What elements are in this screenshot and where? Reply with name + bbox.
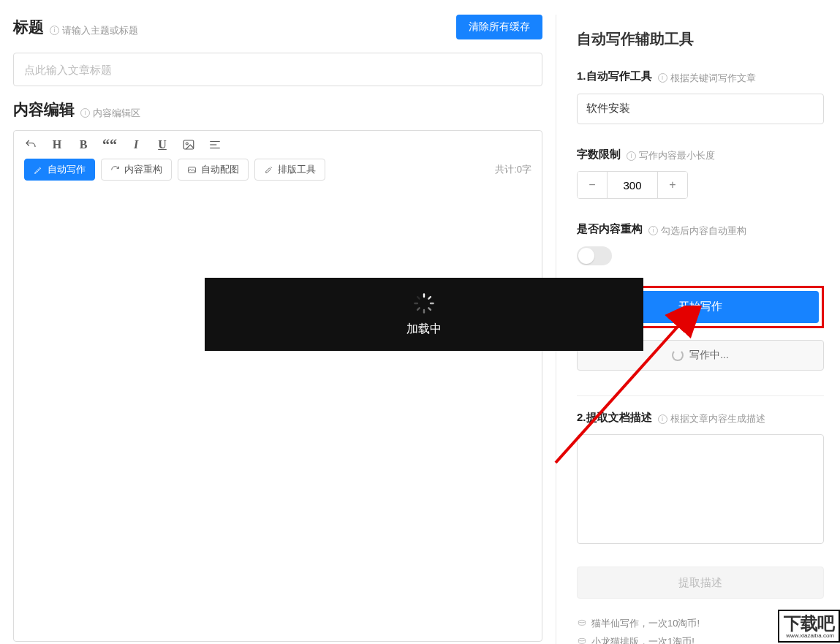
title-label: 标题: [13, 17, 44, 37]
auto-write-button[interactable]: 自动写作: [24, 159, 95, 181]
svg-point-1: [186, 143, 188, 145]
watermark: 下载吧 www.xiazaiba.com: [778, 610, 840, 643]
rebuild-hint: i 勾选后内容自动重构: [648, 224, 746, 238]
editor-toolbar: H B ““ I U: [14, 131, 542, 159]
coin-icon: [577, 637, 587, 644]
promo-line-1: 猫半仙写作，一次10淘币!: [591, 615, 700, 633]
stepper-minus-button[interactable]: −: [578, 172, 607, 198]
undo-icon[interactable]: [24, 138, 37, 151]
stepper-plus-button[interactable]: +: [658, 172, 687, 198]
svg-rect-10: [430, 302, 434, 303]
clear-cache-button[interactable]: 清除所有缓存: [456, 15, 542, 39]
info-icon: i: [50, 26, 59, 35]
sec2-hint: i 根据文章内容生成描述: [658, 412, 765, 425]
loading-text: 加载中: [406, 322, 442, 337]
wordlimit-hint: i 写作内容最小长度: [627, 149, 715, 162]
extract-description-button[interactable]: 提取描述: [577, 567, 824, 599]
heading-icon[interactable]: H: [50, 138, 64, 151]
wordlimit-input[interactable]: [607, 172, 658, 198]
description-textarea[interactable]: [577, 434, 824, 544]
sec2-label: 2.提取文档描述: [577, 411, 652, 425]
layout-tool-button[interactable]: 排版工具: [254, 159, 325, 181]
info-icon: i: [80, 108, 90, 118]
align-icon[interactable]: [208, 138, 222, 151]
svg-rect-8: [423, 293, 425, 298]
image-icon[interactable]: [182, 138, 195, 151]
svg-rect-14: [414, 302, 418, 303]
underline-icon[interactable]: U: [156, 138, 169, 151]
promo-line-2: 小龙猫排版，一次1淘币!: [591, 633, 695, 644]
sec1-label: 1.自动写作工具: [577, 69, 652, 83]
svg-rect-13: [416, 306, 420, 311]
svg-rect-0: [183, 140, 194, 149]
editor-container: H B ““ I U 自动写作 内容重构: [13, 130, 542, 642]
svg-rect-15: [416, 295, 420, 300]
article-title-input[interactable]: [13, 53, 542, 86]
rebuild-label: 是否内容重构: [577, 222, 643, 236]
svg-rect-12: [423, 308, 425, 313]
italic-icon[interactable]: I: [129, 138, 143, 151]
auto-image-button[interactable]: 自动配图: [178, 159, 249, 181]
wordlimit-stepper[interactable]: − +: [577, 171, 688, 199]
svg-rect-9: [428, 295, 432, 300]
keyword-input[interactable]: [577, 94, 824, 124]
loading-spinner-icon: [413, 292, 435, 314]
svg-point-6: [578, 621, 585, 624]
title-hint: i 请输入主题或标题: [50, 24, 138, 37]
bold-icon[interactable]: B: [77, 138, 90, 151]
sidebar-heading: 自动写作辅助工具: [577, 29, 824, 49]
spinner-icon: [672, 349, 684, 361]
content-edit-label: 内容编辑: [13, 99, 75, 120]
content-rebuild-button[interactable]: 内容重构: [101, 159, 172, 181]
content-hint: i 内容编辑区: [80, 107, 140, 120]
svg-rect-11: [428, 306, 432, 311]
rebuild-toggle[interactable]: [577, 246, 612, 265]
loading-overlay: 加载中: [205, 278, 643, 351]
divider: [577, 395, 824, 396]
coin-icon: [577, 618, 587, 629]
info-icon: i: [648, 226, 658, 235]
word-count: 共计:0字: [495, 163, 531, 176]
info-icon: i: [627, 151, 636, 161]
info-icon: i: [658, 73, 667, 83]
quote-icon[interactable]: ““: [103, 138, 116, 151]
wordlimit-label: 字数限制: [577, 148, 621, 162]
svg-point-7: [578, 638, 585, 641]
info-icon: i: [658, 414, 667, 424]
sec1-hint: i 根据关键词写作文章: [658, 72, 756, 85]
